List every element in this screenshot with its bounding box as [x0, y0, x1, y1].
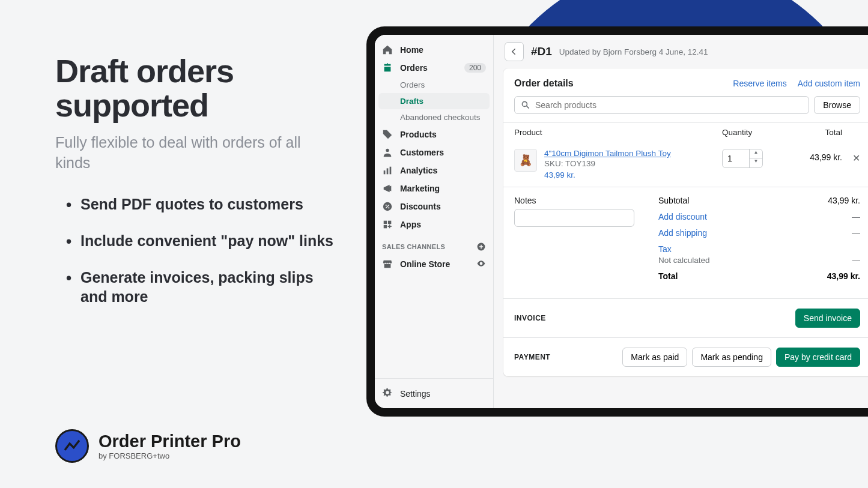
product-thumbnail: 🧸: [514, 149, 537, 172]
mark-as-paid-button[interactable]: Mark as paid: [622, 348, 687, 367]
chart-icon: [382, 165, 393, 176]
svg-point-9: [522, 101, 527, 106]
promo-headline: Draft orders supported: [55, 54, 338, 122]
sidebar-item-products[interactable]: Products: [375, 125, 493, 143]
sidebar-sub-drafts[interactable]: Drafts: [378, 93, 490, 109]
promo-bullet: Generate invoices, packing slips and mor…: [55, 268, 338, 306]
mark-as-pending-button[interactable]: Mark as pending: [692, 348, 771, 367]
search-icon: [521, 100, 530, 110]
svg-rect-2: [387, 168, 389, 174]
sidebar-item-orders[interactable]: Orders 200: [375, 59, 493, 77]
sidebar-item-marketing[interactable]: Marketing: [375, 179, 493, 197]
sidebar-item-settings[interactable]: Settings: [375, 378, 493, 408]
sidebar-sub-abandoned[interactable]: Abandoned checkouts: [375, 109, 493, 125]
tax-link[interactable]: Tax: [658, 244, 672, 254]
brand-name: Order Printer Pro: [99, 432, 241, 451]
sidebar-item-home[interactable]: Home: [375, 41, 493, 59]
promo-subhead: Fully flexible to deal with orders of al…: [55, 133, 338, 173]
product-sku: SKU: TOY139: [544, 159, 722, 168]
promo-bullet: Send PDF quotes to customers: [55, 195, 338, 214]
payment-label: PAYMENT: [514, 353, 550, 361]
search-input[interactable]: [535, 100, 803, 110]
sidebar: Home Orders 200 Orders Drafts Abandoned …: [375, 35, 494, 408]
sidebar-item-analytics[interactable]: Analytics: [375, 161, 493, 179]
discount-icon: [382, 201, 393, 212]
sidebar-item-discounts[interactable]: Discounts: [375, 197, 493, 215]
app-screen: Home Orders 200 Orders Drafts Abandoned …: [375, 35, 868, 408]
table-header: Product Quantity Total: [503, 122, 868, 142]
pay-by-card-button[interactable]: Pay by credit card: [776, 348, 860, 367]
invoice-label: INVOICE: [514, 314, 546, 322]
tag-icon: [382, 129, 393, 140]
notes-label: Notes: [514, 196, 634, 205]
total-label: Total: [658, 271, 678, 281]
person-icon: [382, 147, 393, 158]
orders-badge: 200: [464, 63, 486, 73]
gear-icon: [382, 387, 393, 400]
browse-button[interactable]: Browse: [814, 96, 860, 114]
total-value: 43,99 kr.: [827, 271, 860, 281]
qty-up-icon[interactable]: ▲: [750, 149, 762, 158]
promo-list: Send PDF quotes to customers Include con…: [55, 195, 338, 306]
promo-panel: Draft orders supported Fully flexible to…: [55, 54, 338, 324]
search-products-field[interactable]: [514, 96, 809, 114]
page-header: #D1 Updated by Bjorn Forsberg 4 June, 12…: [494, 35, 868, 68]
add-shipping-link[interactable]: Add shipping: [658, 228, 707, 238]
svg-rect-6: [388, 221, 391, 224]
apps-icon: [382, 219, 393, 230]
reserve-items-link[interactable]: Reserve items: [733, 79, 786, 88]
order-details-title: Order details: [514, 78, 574, 89]
back-button[interactable]: [505, 42, 524, 61]
store-icon: [382, 259, 393, 270]
svg-rect-7: [384, 225, 387, 228]
line-item: 🧸 4"10cm Digimon Tailmon Plush Toy SKU: …: [503, 142, 868, 187]
svg-rect-1: [384, 170, 386, 174]
order-details-card: Order details Reserve items Add custom i…: [503, 68, 868, 376]
add-custom-item-link[interactable]: Add custom item: [798, 79, 860, 88]
sales-channels-label: SALES CHANNELS: [375, 233, 493, 255]
brand-byline: by FORSBERG+two: [99, 451, 241, 460]
main-content: #D1 Updated by Bjorn Forsberg 4 June, 12…: [494, 35, 868, 408]
quantity-input[interactable]: [723, 154, 749, 163]
add-discount-link[interactable]: Add discount: [658, 212, 707, 221]
svg-rect-5: [384, 221, 387, 224]
svg-rect-3: [390, 167, 392, 175]
sidebar-item-label: Orders: [400, 63, 428, 73]
promo-bullet: Include convenient "pay now" links: [55, 232, 338, 250]
device-frame: Home Orders 200 Orders Drafts Abandoned …: [366, 26, 868, 417]
brand-logo-icon: [55, 429, 89, 463]
product-price-link[interactable]: 43,99 kr.: [544, 170, 722, 179]
view-store-icon[interactable]: [476, 259, 486, 270]
remove-line-icon[interactable]: ✕: [842, 149, 860, 164]
orders-icon: [382, 62, 393, 73]
send-invoice-button[interactable]: Send invoice: [795, 309, 860, 328]
megaphone-icon: [382, 183, 393, 194]
sidebar-sub-orders[interactable]: Orders: [375, 77, 493, 93]
product-name-link[interactable]: 4"10cm Digimon Tailmon Plush Toy: [544, 149, 722, 158]
tax-not-calculated: Not calculated—: [658, 256, 860, 265]
sidebar-item-customers[interactable]: Customers: [375, 143, 493, 161]
line-total: 43,99 kr.: [782, 149, 842, 162]
sidebar-item-online-store[interactable]: Online Store: [375, 255, 493, 273]
svg-point-0: [386, 149, 389, 152]
subtotal-label: Subtotal: [658, 196, 689, 205]
qty-down-icon[interactable]: ▼: [750, 158, 762, 167]
brand-block: Order Printer Pro by FORSBERG+two: [55, 429, 241, 463]
home-icon: [382, 44, 393, 55]
quantity-stepper[interactable]: ▲ ▼: [722, 149, 763, 168]
updated-text: Updated by Bjorn Forsberg 4 June, 12.41: [559, 47, 708, 56]
notes-input[interactable]: [514, 209, 634, 227]
subtotal-value: 43,99 kr.: [828, 196, 860, 205]
draft-id: #D1: [531, 45, 552, 58]
sidebar-item-apps[interactable]: Apps: [375, 215, 493, 233]
add-channel-icon[interactable]: [476, 242, 486, 252]
sidebar-item-label: Home: [400, 45, 423, 55]
